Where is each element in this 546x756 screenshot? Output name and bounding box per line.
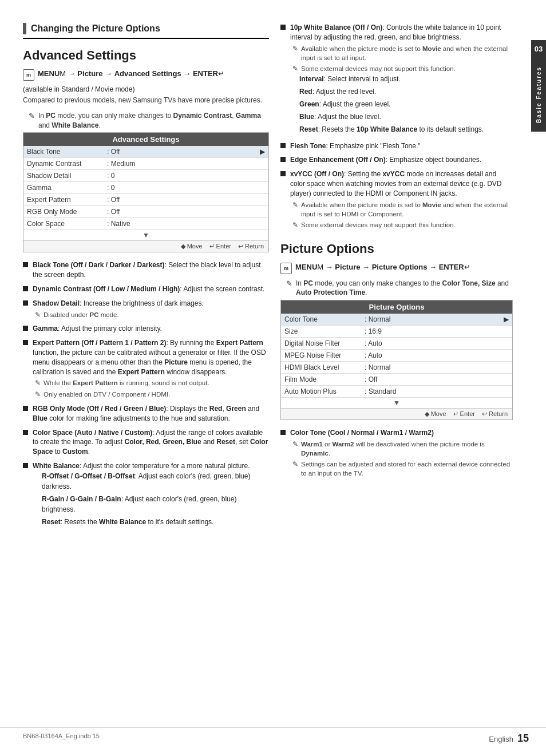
bullet-rgb-only: RGB Only Mode (Off / Red / Green / Blue)…: [23, 404, 269, 423]
nav-return: ↩ Return: [238, 243, 264, 250]
table-nav: ◆ Move ↵ Enter ↩ Return: [23, 240, 268, 252]
pencil-icon: ✎: [292, 220, 298, 230]
row-value: : Native: [107, 220, 256, 228]
row-value: : Off: [107, 196, 256, 204]
menu-icon-picture-options: m: [280, 263, 292, 274]
main-content: Changing the Picture Options Advanced Se…: [0, 0, 530, 756]
picture-options-table-title: Picture Options: [281, 300, 512, 314]
row-arrow: [256, 220, 265, 228]
picture-options-title: Picture Options: [280, 242, 513, 256]
row-value: : Normal: [365, 363, 500, 371]
row-value: : Off: [107, 148, 256, 156]
row-arrow: ▶: [256, 148, 265, 156]
sub-note-xvycc-2: ✎ Some external devices may not support …: [292, 220, 513, 230]
table-row: Size : 16:9: [281, 326, 512, 338]
sub-note-text: Some external devices may not support th…: [301, 220, 456, 229]
row-label: Size: [284, 327, 365, 335]
10p-interval: Interval: Select interval to adjust.: [290, 74, 513, 84]
table-row: Gamma : 0: [23, 182, 268, 194]
pencil-icon: ✎: [292, 460, 298, 469]
pencil-icon: ✎: [292, 440, 298, 449]
bullet-text: Gamma: Adjust the primary color intensit…: [33, 324, 269, 334]
row-arrow: [256, 196, 265, 204]
bullet-square: [280, 157, 286, 162]
bullet-black-tone: Black Tone (Off / Dark / Darker / Darkes…: [23, 260, 269, 280]
wb-reset: Reset: Resets the White Balance to it's …: [33, 517, 269, 527]
advanced-table-title: Advanced Settings: [23, 133, 268, 146]
row-label: Auto Motion Plus: [284, 387, 365, 395]
pencil-icon: ✎: [292, 44, 298, 54]
sub-note-text: Settings can be adjusted and stored for …: [301, 460, 513, 478]
sub-note-text: Available when the picture mode is set t…: [301, 44, 513, 62]
row-arrow: [500, 375, 509, 383]
page-lang: English: [489, 735, 513, 743]
heading-bar: [23, 23, 26, 34]
row-arrow: [500, 339, 509, 347]
sub-note-text: Some external devices may not support th…: [301, 64, 456, 73]
advanced-settings-title: Advanced Settings: [23, 48, 269, 63]
table-row: Shadow Detail : 0: [23, 170, 268, 182]
table-row: Color Tone : Normal ▶: [281, 314, 512, 326]
bullet-text: RGB Only Mode (Off / Red / Green / Blue)…: [33, 404, 269, 423]
page-footer: BN68-03164A_Eng.indb 15 English 15: [0, 727, 546, 745]
pencil-icon-po: ✎: [286, 279, 292, 289]
row-value: : Normal: [365, 315, 500, 323]
10p-reset: Reset: Resets the 10p White Balance to i…: [290, 124, 513, 134]
row-value: : 0: [107, 172, 256, 180]
bullet-text: Black Tone (Off / Dark / Darker / Darkes…: [33, 260, 269, 280]
bullet-10p-white: 10p White Balance (Off / On): Controls t…: [280, 23, 513, 137]
row-label: RGB Only Mode: [27, 208, 107, 216]
row-label: HDMI Black Level: [284, 363, 365, 371]
row-value: : 0: [107, 184, 256, 192]
pencil-icon: ✎: [292, 200, 298, 210]
bullet-square: [23, 430, 28, 435]
pencil-icon: ✎: [35, 378, 41, 388]
menu-icon-advanced: m: [23, 69, 34, 81]
table-row: Auto Motion Plus : Standard: [281, 386, 512, 398]
row-arrow: [500, 363, 509, 371]
bullet-text: Edge Enhancement (Off / On): Emphasize o…: [290, 155, 513, 165]
10p-red: Red: Adjust the red level.: [290, 86, 513, 97]
pc-note-picture-options: ✎ In PC mode, you can only make changes …: [280, 279, 513, 298]
row-label: Digital Noise Filter: [284, 339, 365, 347]
row-arrow: [500, 387, 509, 395]
bullet-color-space: Color Space (Auto / Native / Custom): Ad…: [23, 428, 269, 457]
menu-path-text-picture-options: MENUΜ → Picture → Picture Options → ENTE…: [295, 262, 470, 272]
nav-return-po: ↩ Return: [482, 410, 508, 418]
sub-note-expert2: ✎ Only enabled on DTV / Component / HDMI…: [35, 390, 269, 399]
table-row: Color Space : Native: [23, 218, 268, 230]
row-label: Color Tone: [284, 315, 365, 323]
section-heading-text: Changing the Picture Options: [31, 23, 160, 34]
table-row: MPEG Noise Filter : Auto: [281, 350, 512, 362]
sub-note-expert1: ✎ While the Expert Pattern is running, s…: [35, 378, 269, 388]
bullet-text: Shadow Detail: Increase the brightness o…: [33, 299, 269, 320]
nav-enter-po: ↵ Enter: [453, 410, 475, 418]
pencil-icon: ✎: [292, 64, 298, 74]
table-row: Film Mode : Off: [281, 374, 512, 386]
table-row: Dynamic Contrast : Medium: [23, 158, 268, 170]
sub-note-10p-1: ✎ Available when the picture mode is set…: [292, 44, 513, 62]
table-row: HDMI Black Level : Normal: [281, 362, 512, 374]
bullet-text: Flesh Tone: Emphasize pink "Flesh Tone.": [290, 141, 513, 151]
row-value: : Off: [365, 375, 500, 383]
row-arrow: [256, 172, 265, 180]
footer-left: BN68-03164A_Eng.indb 15: [23, 733, 100, 745]
po-table-nav: ◆ Move ↵ Enter ↩ Return: [281, 408, 512, 419]
bullet-white-balance: White Balance: Adjust the color temperat…: [23, 461, 269, 529]
row-arrow: [500, 351, 509, 359]
row-label: Expert Pattern: [27, 196, 107, 204]
bullet-square: [280, 143, 286, 148]
row-label: Shadow Detail: [27, 172, 107, 180]
menu-path-text-advanced: MENUΜ → Picture → Advanced Settings → EN…: [38, 69, 224, 79]
pc-note-text-po: In PC mode, you can only make changes to…: [296, 279, 513, 298]
row-value: : Off: [107, 208, 256, 216]
sub-note-text: While the Expert Pattern is running, sou…: [43, 378, 209, 387]
sub-note-text: Warm1 or Warm2 will be deactivated when …: [301, 440, 513, 458]
sidebar-number: 03: [531, 40, 546, 57]
bullet-square: [23, 340, 28, 345]
row-value: : 16:9: [365, 327, 500, 335]
bullet-square: [23, 406, 28, 411]
nav-enter: ↵ Enter: [209, 243, 231, 250]
pc-note-advanced: ✎ In PC mode, you can only make changes …: [23, 111, 269, 130]
bullet-xvycc: xvYCC (Off / On): Setting the xvYCC mode…: [280, 169, 513, 229]
